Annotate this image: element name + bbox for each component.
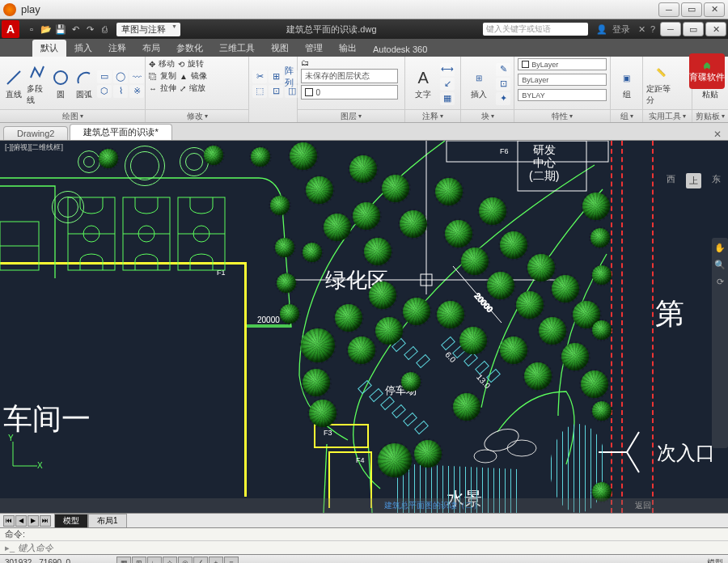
- tab-manage[interactable]: 管理: [297, 40, 331, 57]
- command-line[interactable]: ▸_: [0, 540, 728, 554]
- open-icon[interactable]: 📂: [40, 23, 52, 35]
- snap-toggle[interactable]: ▦: [116, 557, 131, 564]
- dim-buttons[interactable]: ⟷↙▦: [440, 63, 455, 105]
- new-tab-button[interactable]: ✕: [710, 129, 725, 140]
- file-tab-2[interactable]: 建筑总平面的识读*: [70, 124, 171, 140]
- undo-icon[interactable]: ↶: [70, 23, 81, 35]
- zoom-icon[interactable]: 🔍: [714, 260, 726, 270]
- grid-toggle[interactable]: ⊞: [132, 557, 146, 564]
- window-controls: ─ ▭ ✕: [658, 2, 725, 17]
- nav-bar[interactable]: ✋ 🔍 ⟳: [712, 238, 728, 448]
- workspace-selector[interactable]: 草图与注释: [116, 23, 180, 36]
- drawing-canvas[interactable]: [-][俯视][二维线框] 车间一 F1: [0, 141, 728, 513]
- orbit-icon[interactable]: ⟳: [717, 277, 724, 287]
- tab-layout[interactable]: 布局: [134, 40, 168, 57]
- lineweight-combo[interactable]: ByLayer: [518, 74, 607, 86]
- dyn-toggle[interactable]: +: [209, 557, 223, 564]
- doc-close-button[interactable]: ✕: [705, 22, 726, 36]
- road-label: 第: [655, 294, 684, 334]
- login-link[interactable]: 登录: [612, 23, 630, 36]
- copy-icon[interactable]: ⿻: [149, 72, 157, 81]
- panel-prop-title[interactable]: 特性: [514, 109, 610, 122]
- polyline-button[interactable]: 多段线: [27, 61, 48, 106]
- mirror-icon[interactable]: ▲: [180, 72, 188, 81]
- doc-minimize-button[interactable]: ─: [660, 22, 681, 36]
- rotate-icon[interactable]: ⟲: [178, 60, 184, 69]
- draw-extra[interactable]: ▭◯〰⬡⌇※: [97, 70, 144, 98]
- tab-annotate[interactable]: 注释: [100, 40, 134, 57]
- new-icon[interactable]: ▫: [26, 23, 37, 35]
- hotkey-f4: F4: [356, 456, 365, 464]
- minimize-button[interactable]: ─: [658, 2, 679, 17]
- tab-first[interactable]: ⏮: [3, 515, 15, 527]
- help-icon[interactable]: ?: [650, 24, 655, 35]
- modify-extra[interactable]: ✂⊞阵列⬚⊡◫: [252, 70, 299, 98]
- tab-output[interactable]: 输出: [331, 40, 365, 57]
- tab-3dtools[interactable]: 三维工具: [211, 40, 263, 57]
- viewport-label[interactable]: [-][俯视][二维线框]: [5, 142, 63, 153]
- tab-last[interactable]: ⏭: [40, 515, 51, 527]
- model-tab[interactable]: 模型: [54, 514, 88, 527]
- pan-icon[interactable]: ✋: [714, 243, 726, 253]
- panel-util-title[interactable]: 实用工具: [643, 109, 692, 122]
- layout1-tab[interactable]: 布局1: [88, 514, 127, 527]
- file-tab-1[interactable]: Drawing2: [3, 126, 68, 140]
- panel-layer-title[interactable]: 图层: [298, 109, 404, 122]
- lwt-toggle[interactable]: ≡: [224, 557, 239, 564]
- panel-block-title[interactable]: 块: [461, 109, 514, 122]
- maximize-button[interactable]: ▭: [681, 2, 702, 17]
- panel-group: ▣组 组: [611, 57, 643, 122]
- panel-clip-title[interactable]: 剪贴板: [692, 109, 728, 122]
- help-search[interactable]: 键入关键字或短语: [483, 23, 588, 36]
- print-icon[interactable]: ⎙: [99, 23, 110, 35]
- dim-h: 20000: [257, 315, 280, 324]
- measure-button[interactable]: 📏定距等分: [646, 61, 675, 106]
- panel-annotate: A文字 ⟷↙▦ 注释: [405, 57, 461, 122]
- scale-icon[interactable]: ⤢: [180, 84, 186, 93]
- stretch-icon[interactable]: ↔: [149, 84, 157, 93]
- circle-button[interactable]: 圆: [50, 67, 71, 100]
- insert-block-button[interactable]: ⊞插入: [464, 67, 493, 100]
- panel-group-title[interactable]: 组: [611, 109, 642, 122]
- osnap-toggle[interactable]: ◎: [178, 557, 193, 564]
- tab-a360[interactable]: Autodesk 360: [365, 42, 435, 57]
- panel-annotate-title[interactable]: 注释: [405, 109, 460, 122]
- view-cube[interactable]: 北 南 东 西 上: [665, 173, 722, 230]
- linetype-combo[interactable]: BYLAY: [518, 89, 607, 101]
- block-extra[interactable]: ✎⊡✦: [496, 63, 510, 105]
- arc-button[interactable]: 圆弧: [74, 67, 95, 100]
- tab-insert[interactable]: 插入: [66, 40, 100, 57]
- command-input[interactable]: [18, 543, 723, 552]
- back-hint[interactable]: 返回: [635, 500, 651, 511]
- model-space-toggle[interactable]: 模型: [707, 557, 723, 564]
- tab-parametric[interactable]: 参数化: [168, 40, 211, 57]
- close-button[interactable]: ✕: [704, 2, 725, 17]
- tab-prev[interactable]: ◀: [15, 515, 27, 527]
- layer-combo[interactable]: 0: [301, 85, 398, 99]
- polar-toggle[interactable]: ✧: [163, 557, 177, 564]
- color-combo[interactable]: ByLayer: [518, 58, 607, 70]
- save-icon[interactable]: 💾: [55, 23, 66, 35]
- app-menu-button[interactable]: A: [2, 20, 19, 38]
- panel-draw-title[interactable]: 绘图: [0, 109, 145, 122]
- layer-state-combo[interactable]: 未保存的图层状态: [301, 69, 398, 83]
- redo-icon[interactable]: ↷: [84, 23, 95, 35]
- ortho-toggle[interactable]: ∟: [147, 557, 162, 564]
- group-button[interactable]: ▣组: [614, 67, 639, 100]
- svg-point-22: [507, 440, 536, 456]
- line-button[interactable]: 直线: [3, 67, 24, 100]
- otrack-toggle[interactable]: ∠: [193, 557, 208, 564]
- tab-view[interactable]: 视图: [263, 40, 297, 57]
- layer-props-icon[interactable]: 🗂: [301, 58, 309, 67]
- exchange-icon[interactable]: ✕: [638, 24, 645, 35]
- text-button[interactable]: A文字: [408, 67, 438, 100]
- rd-center-label: 研发 中心 (二期): [529, 143, 559, 182]
- doc-maximize-button[interactable]: ▭: [683, 22, 704, 36]
- panel-modify-title[interactable]: 修改: [146, 109, 248, 122]
- tab-default[interactable]: 默认: [32, 40, 66, 57]
- panel-properties: ByLayer ByLayer BYLAY 特性: [514, 57, 611, 122]
- cmd-icon: ▸_: [5, 543, 15, 553]
- move-icon[interactable]: ✥: [149, 60, 155, 69]
- tab-next[interactable]: ▶: [28, 515, 39, 527]
- document-title: 建筑总平面的识读.dwg: [180, 23, 483, 36]
